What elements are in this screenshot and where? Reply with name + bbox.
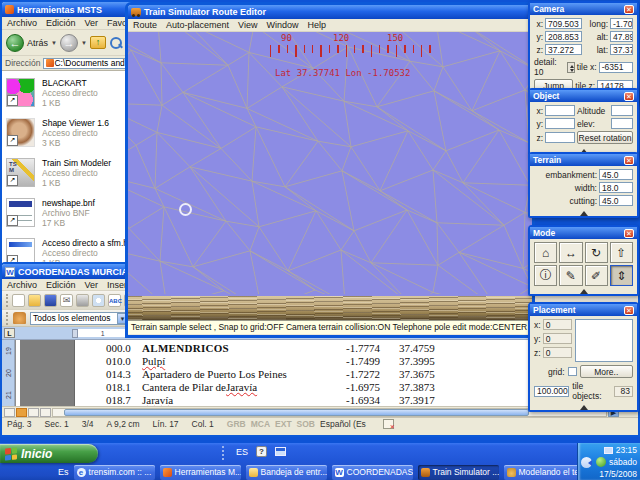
indent-marker[interactable]	[72, 329, 78, 338]
explorer-titlebar[interactable]: Herramientas MSTS	[2, 2, 133, 17]
detail-spinner[interactable]	[567, 62, 575, 73]
mode-tool-button[interactable]: ⌂	[534, 242, 557, 263]
language-indicator-2[interactable]: Es	[58, 467, 69, 477]
search-icon[interactable]	[109, 36, 123, 50]
close-icon[interactable]: ✕	[624, 229, 634, 238]
grid-checkbox[interactable]	[568, 367, 577, 376]
object-altitude-field[interactable]	[611, 105, 633, 116]
web-layout-view-button[interactable]	[16, 408, 27, 417]
toolbar-icon[interactable]: ABC	[108, 294, 121, 307]
tab-stop-selector[interactable]: L	[4, 328, 15, 338]
word-menu-edicion[interactable]: Edición	[46, 280, 76, 290]
reset-rotation-button[interactable]: Reset rotation	[577, 131, 633, 144]
menu-help[interactable]: Help	[307, 20, 326, 30]
camera-x-field[interactable]: 709.503	[545, 18, 582, 29]
camera-alt-field[interactable]: 47.897	[610, 31, 633, 42]
route-editor-titlebar[interactable]: Train Simulator Route Editor	[128, 5, 532, 19]
start-button[interactable]: Inicio	[0, 444, 98, 463]
display-tray-icon[interactable]	[604, 447, 613, 454]
file-icon[interactable]	[6, 78, 35, 107]
messenger-tray-icon[interactable]	[596, 457, 606, 467]
tray-clock[interactable]: 23:15	[616, 445, 637, 455]
file-name[interactable]: Shape Viewer 1.6	[42, 118, 109, 128]
word-menu-archivo[interactable]: Archivo	[7, 280, 37, 290]
table-row[interactable]: 018.7 Jaravía -1.6934 37.3917	[16, 394, 605, 406]
toolbar-icon[interactable]: ✉	[60, 294, 73, 307]
menu-view[interactable]: View	[238, 20, 257, 30]
taskbar-window-button[interactable]: Train Simulator ...	[418, 465, 499, 480]
normal-view-button[interactable]	[4, 408, 15, 417]
mode-tool-button[interactable]: ✎	[559, 265, 582, 286]
embankment-field[interactable]: 45.0	[599, 169, 633, 180]
placement-y-field[interactable]: 0	[543, 333, 572, 344]
language-help-icon[interactable]: ?	[256, 446, 267, 457]
object-y-field[interactable]	[545, 118, 575, 129]
file-icon[interactable]	[6, 158, 35, 187]
toolbar-icon[interactable]	[28, 294, 41, 307]
menu-auto-placement[interactable]: Auto-placement	[166, 20, 229, 30]
toolbar-icon[interactable]	[76, 294, 89, 307]
object-x-field[interactable]	[545, 105, 575, 116]
table-row[interactable]: 010.0 Pulpí -1.7499 37.3995	[16, 355, 605, 368]
close-icon[interactable]: ✕	[624, 92, 634, 101]
spelling-status-icon[interactable]	[383, 419, 394, 429]
mode-tool-button[interactable]: ⓘ	[534, 265, 557, 286]
taskbar-window-button[interactable]: Modelando el te...	[504, 465, 585, 480]
menu-edicion[interactable]: Edición	[46, 18, 76, 28]
table-row[interactable]: 000.0 ALMENDRICOS -1.7774 37.4759	[16, 342, 605, 355]
file-list-item[interactable]: Train Sim Modeler Acceso directo 1 KB	[6, 158, 129, 188]
close-icon[interactable]: ✕	[624, 156, 634, 165]
mode-tool-button[interactable]: ↻	[585, 242, 608, 263]
file-list-item[interactable]: Shape Viewer 1.6 Acceso directo 3 KB	[6, 118, 129, 148]
toolbar-icon[interactable]	[92, 294, 105, 307]
toolbar-icon[interactable]	[44, 294, 57, 307]
taskbar-window-button[interactable]: e trensim.com :: ...	[74, 465, 155, 480]
file-list-item[interactable]: BLACKART Acceso directo 1 KB	[6, 78, 129, 108]
placement-z-field[interactable]: 0	[543, 347, 572, 358]
collapse-arrow-icon[interactable]	[530, 402, 637, 410]
file-name[interactable]: newshape.bnf	[42, 198, 95, 208]
file-name[interactable]: Train Sim Modeler	[42, 158, 111, 168]
table-row[interactable]: 018.1 Cantera de Pilar de Jaravía -1.697…	[16, 381, 605, 394]
table-row[interactable]: 014.3 Apartadero de Puerto Los Peines -1…	[16, 368, 605, 381]
print-layout-view-button[interactable]	[28, 408, 39, 417]
mode-tool-button[interactable]: ⇧	[610, 242, 633, 263]
mode-tool-button[interactable]: ↔	[559, 242, 582, 263]
scroll-thumb[interactable]	[64, 409, 529, 416]
terrain-viewport[interactable]: 90 120 150 Lat 37.37741 Lon -1.70532	[128, 32, 532, 320]
object-z-field[interactable]	[545, 132, 575, 143]
mode-tool-button[interactable]: ⇕	[610, 265, 633, 286]
taskbar-window-button[interactable]: Herramientas M...	[160, 465, 241, 480]
menu-ver[interactable]: Ver	[85, 18, 99, 28]
back-label[interactable]: Atrás	[27, 38, 48, 48]
back-dropdown-icon[interactable]: ▼	[51, 40, 57, 46]
scale-field[interactable]: 100.000	[534, 386, 569, 397]
file-name[interactable]: Acceso directo a sfm.hta	[42, 238, 133, 248]
file-icon[interactable]	[6, 238, 35, 264]
menu-window[interactable]: Window	[266, 20, 298, 30]
collapse-arrow-icon[interactable]	[530, 208, 637, 216]
object-elev-field[interactable]	[611, 118, 633, 129]
taskbar-window-button[interactable]: W COORDENADAS...	[332, 465, 413, 480]
file-name[interactable]: BLACKART	[42, 78, 87, 88]
camera-y-field[interactable]: 208.853	[545, 31, 582, 42]
address-input[interactable]: C:\Documents and Setting	[43, 58, 130, 69]
close-icon[interactable]: ✕	[624, 5, 634, 14]
up-folder-button[interactable]: ↑	[90, 36, 106, 49]
forward-dropdown-icon[interactable]: ▼	[81, 40, 87, 46]
file-icon[interactable]	[6, 198, 35, 227]
menu-archivo[interactable]: Archivo	[7, 18, 37, 28]
document-page[interactable]: 000.0 ALMENDRICOS -1.7774 37.4759 010.0 …	[16, 340, 605, 406]
camera-lat-field[interactable]: 37.37740	[610, 44, 633, 55]
toolbar-icon[interactable]	[12, 294, 25, 307]
mode-tool-button[interactable]: ✐	[585, 265, 608, 286]
forward-button[interactable]: →	[60, 34, 78, 52]
collapse-arrow-icon[interactable]	[530, 286, 637, 294]
language-indicator[interactable]: ES	[236, 447, 248, 457]
camera-z-field[interactable]: 37.272	[545, 44, 582, 55]
more-button[interactable]: More..	[580, 365, 633, 378]
cutting-field[interactable]: 45.0	[599, 195, 633, 206]
close-icon[interactable]: ✕	[624, 306, 634, 315]
file-icon[interactable]	[6, 118, 35, 147]
taskbar-window-button[interactable]: Bandeja de entr...	[246, 465, 327, 480]
